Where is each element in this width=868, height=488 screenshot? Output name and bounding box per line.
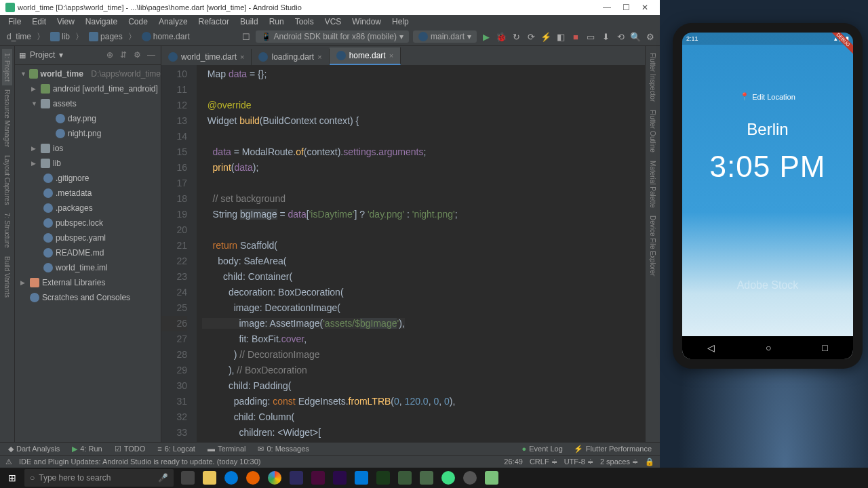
tree-pubspec-yaml[interactable]: pubspec.yaml <box>15 230 161 245</box>
app-button-3[interactable] <box>416 468 437 488</box>
tab-logcat[interactable]: ≡6: Logcat <box>152 445 201 453</box>
app-button-1[interactable] <box>373 468 393 488</box>
chrome-button[interactable] <box>264 468 285 488</box>
tab-event-log[interactable]: ●Event Log <box>517 445 568 453</box>
breadcrumb-root[interactable]: d_time <box>4 32 34 41</box>
menu-vcs[interactable]: VCS <box>319 17 347 26</box>
tab-device-explorer[interactable]: Device File Explorer <box>648 211 658 280</box>
close-icon[interactable]: × <box>389 52 393 60</box>
tab-terminal[interactable]: ▬Terminal <box>202 445 252 453</box>
code-content[interactable]: Map data = {}; @override Widget build(Bu… <box>197 65 645 442</box>
target-icon[interactable]: ⊕ <box>106 50 116 60</box>
menu-view[interactable]: View <box>52 17 80 26</box>
app-button-4[interactable] <box>460 468 480 488</box>
tab-structure[interactable]: 7: Structure <box>2 209 12 252</box>
menu-edit[interactable]: Edit <box>26 17 52 26</box>
android-emulator[interactable]: 2:11 ▴ ◢ ▮ 📍 Edit Location Berlin 3:05 P… <box>673 23 863 369</box>
hide-icon[interactable]: — <box>147 50 157 60</box>
tree-android[interactable]: ▶android [world_time_android] <box>15 81 161 96</box>
menu-analyze[interactable]: Analyze <box>153 17 193 26</box>
ps-button[interactable] <box>286 468 307 488</box>
tab-loading[interactable]: loading.dart× <box>252 49 329 65</box>
indent[interactable]: 2 spaces ≑ <box>600 458 638 466</box>
maximize-button[interactable]: ☐ <box>616 0 635 15</box>
profile-button[interactable]: ⟳ <box>526 31 536 42</box>
android-studio-button[interactable] <box>438 468 458 488</box>
tree-lib[interactable]: ▶lib <box>15 156 161 171</box>
xd-button[interactable] <box>308 468 328 488</box>
tab-messages[interactable]: ✉0: Messages <box>252 445 314 453</box>
recent-button[interactable]: □ <box>822 342 827 353</box>
app-button-2[interactable] <box>395 468 415 488</box>
tab-dart-analysis[interactable]: ◆Dart Analysis <box>3 445 65 453</box>
lock-icon[interactable]: 🔒 <box>645 458 654 466</box>
coverage-button[interactable]: ↻ <box>511 31 521 42</box>
tab-resource-manager[interactable]: Resource Manager <box>2 85 12 151</box>
edit-location-button[interactable]: 📍 Edit Location <box>682 92 853 101</box>
menu-window[interactable]: Window <box>347 17 387 26</box>
encoding[interactable]: UTF-8 ≑ <box>564 458 593 466</box>
hot-reload-button[interactable]: ⚡ <box>540 31 551 42</box>
menu-help[interactable]: Help <box>387 17 414 26</box>
code-editor[interactable]: 1011121314151617181920212223242526272829… <box>161 65 645 442</box>
attach-button[interactable]: ◧ <box>555 31 566 42</box>
explorer-button[interactable] <box>199 468 220 488</box>
tree-root[interactable]: ▼world_time D:\apps\world_time <box>15 66 161 81</box>
filter-icon[interactable]: ⚙ <box>645 31 656 42</box>
tab-flutter-performance[interactable]: ⚡Flutter Performance <box>568 445 657 453</box>
tab-project[interactable]: 1: Project <box>2 49 12 85</box>
tab-flutter-outline[interactable]: Flutter Outline <box>648 106 658 157</box>
tree-packages[interactable]: .packages <box>15 201 161 216</box>
start-button[interactable]: ⊞ <box>0 468 24 488</box>
tree-external-libraries[interactable]: ▶External Libraries <box>15 275 161 290</box>
firefox-button[interactable] <box>243 468 263 488</box>
sync-button[interactable]: ⟲ <box>615 31 626 42</box>
tree-readme[interactable]: README.md <box>15 245 161 260</box>
collapse-icon[interactable]: ⇵ <box>120 50 130 60</box>
vscode-button[interactable] <box>351 468 372 488</box>
project-label[interactable]: Project <box>30 50 55 60</box>
tree-night-png[interactable]: night.png <box>15 126 161 141</box>
menu-refactor[interactable]: Refactor <box>193 17 235 26</box>
line-ending[interactable]: CRLF ≑ <box>530 458 557 466</box>
tab-material-palette[interactable]: Material Palette <box>648 157 658 211</box>
tab-layout-captures[interactable]: Layout Captures <box>2 151 12 209</box>
close-icon[interactable]: × <box>317 53 321 61</box>
stop-button[interactable]: ■ <box>570 31 581 42</box>
gear-icon[interactable]: ⚙ <box>134 50 143 60</box>
tab-home[interactable]: home.dart× <box>330 47 401 65</box>
task-view-button[interactable] <box>178 468 198 488</box>
tree-assets[interactable]: ▼assets <box>15 96 161 111</box>
run-button[interactable]: ▶ <box>481 31 492 42</box>
search-input[interactable]: ○ Type here to search 🎤 <box>24 469 174 487</box>
minimize-button[interactable]: — <box>597 0 616 15</box>
cursor-position[interactable]: 26:49 <box>504 458 523 466</box>
breadcrumb-lib[interactable]: lib <box>47 32 73 41</box>
breadcrumb-pages[interactable]: pages <box>86 32 125 41</box>
menu-tools[interactable]: Tools <box>290 17 319 26</box>
tree-ios[interactable]: ▶ios <box>15 141 161 156</box>
menu-run[interactable]: Run <box>264 17 290 26</box>
tree-pubspec-lock[interactable]: pubspec.lock <box>15 216 161 230</box>
edge-button[interactable] <box>221 468 241 488</box>
phone-screen[interactable]: 2:11 ▴ ◢ ▮ 📍 Edit Location Berlin 3:05 P… <box>682 33 853 359</box>
tab-todo[interactable]: ☑TODO <box>109 445 151 453</box>
emulator-button[interactable] <box>481 468 502 488</box>
project-tree[interactable]: ▼world_time D:\apps\world_time ▶android … <box>15 65 161 306</box>
tab-build-variants[interactable]: Build Variants <box>2 252 12 302</box>
tab-world-time[interactable]: world_time.dart× <box>161 49 252 65</box>
home-button[interactable]: ○ <box>766 342 771 353</box>
tree-metadata[interactable]: .metadata <box>15 186 161 201</box>
close-icon[interactable]: × <box>240 53 244 61</box>
menu-code[interactable]: Code <box>123 17 153 26</box>
tab-flutter-inspector[interactable]: Flutter Inspector <box>648 49 658 106</box>
tree-iml[interactable]: world_time.iml <box>15 260 161 275</box>
breadcrumb-file[interactable]: home.dart <box>139 32 193 41</box>
tree-gitignore[interactable]: .gitignore <box>15 171 161 186</box>
tree-scratches[interactable]: Scratches and Consoles <box>15 290 161 305</box>
menu-file[interactable]: File <box>3 17 26 26</box>
tree-day-png[interactable]: day.png <box>15 111 161 126</box>
run-config-selector[interactable]: main.dart ▾ <box>413 30 477 43</box>
tab-run[interactable]: ▶4: Run <box>66 445 107 453</box>
menu-build[interactable]: Build <box>235 17 264 26</box>
